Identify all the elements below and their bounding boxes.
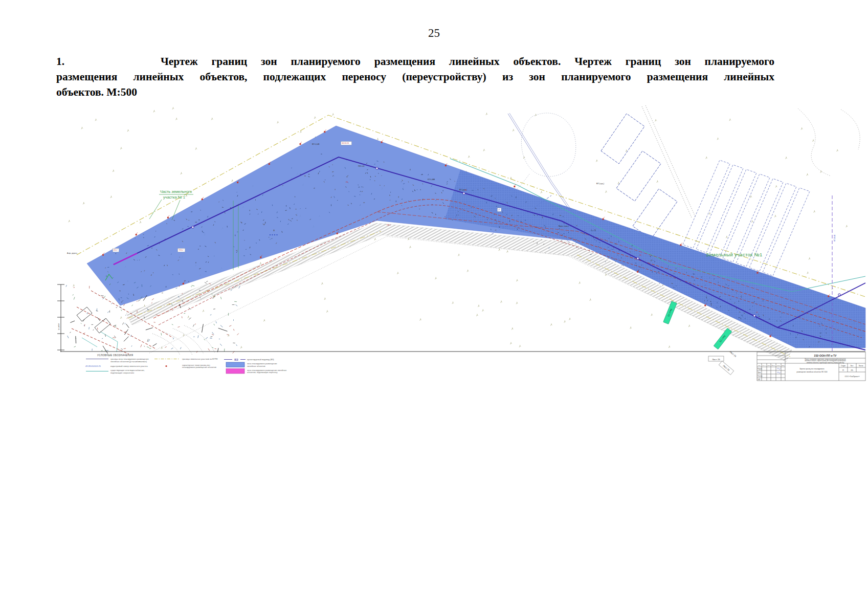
section-ruler: [57, 284, 64, 352]
svg-text:П: П: [842, 369, 844, 371]
svg-text:Изм.: Изм.: [758, 365, 761, 366]
svg-text:гр. работ: гр. работ: [58, 323, 60, 330]
svg-text:ВЗ: ВЗ: [234, 358, 238, 361]
svg-text:Лист: Лист: [851, 365, 854, 367]
svg-text:Н.контр.: Н.контр.: [758, 375, 763, 377]
path-dotted: [642, 105, 695, 217]
svg-text:ПК2+40: ПК2+40: [358, 165, 364, 167]
sheet-ref-box: Лист 25: [708, 356, 724, 361]
sheet-number: 25: [851, 369, 853, 371]
svg-text:ГИП: ГИП: [758, 379, 760, 381]
svg-text:у1: у1: [498, 209, 500, 211]
drawing-area: гр. работ Часть земельного участка № 1 З…: [0, 0, 868, 614]
svg-text:КЗ-2: КЗ-2: [114, 249, 117, 251]
svg-text:ГВ-3: ГВ-3: [387, 224, 390, 226]
legend-swatch-point: [165, 365, 167, 367]
legend-swatch-zone-blue: [226, 362, 244, 367]
legend-title: УСЛОВНЫЕ ОБОЗНАЧЕНИЯ: [97, 354, 133, 357]
part-parcel-label: Часть земельного: [160, 189, 192, 194]
org-name: ООО «ГеоПроект»: [844, 376, 859, 378]
svg-text:Разраб.: Разраб.: [758, 368, 763, 370]
svg-text:планируемого размещения объект: планируемого размещения объектов: [182, 366, 216, 368]
svg-text:Дата: Дата: [782, 365, 785, 366]
svg-text:Кол.уч.: Кол.уч.: [762, 365, 766, 366]
svg-text:24: 24: [346, 181, 348, 183]
svg-text:КЛ 0,4кВ: КЛ 0,4кВ: [428, 179, 435, 181]
sheet-ref-box: Лист 26: [719, 361, 733, 375]
svg-text:участка № 1: участка № 1: [163, 195, 185, 200]
svg-text:КЛ 10кВ: КЛ 10кВ: [834, 234, 836, 242]
svg-text:Пров.: Пров.: [758, 371, 761, 374]
svg-text:границы земельных участков по: границы земельных участков по ЕГРН: [182, 358, 218, 360]
svg-text:Листов: Листов: [859, 365, 863, 367]
parcel-label: Земельный участок №1: [706, 252, 763, 257]
svg-text:размещения линейных объектов.: размещения линейных объектов. М 1:500: [797, 371, 828, 373]
svg-text:ВЛ 0,4кВ: ВЛ 0,4кВ: [312, 143, 320, 145]
svg-text:подлежащие сохранению: подлежащие сохранению: [110, 371, 134, 374]
svg-text:Вдпр. (сущ.): Вдпр. (сущ.): [559, 225, 569, 227]
svg-text:проектируемый водовод (ВЗ): проектируемый водовод (ВЗ): [247, 358, 274, 361]
site-plan-drawing: гр. работ Часть земельного участка № 1 З…: [0, 0, 868, 614]
svg-text:Стадия: Стадия: [841, 365, 846, 367]
doc-code: 232-ООН-ПП и ТУ: [814, 354, 837, 357]
svg-text:№док.: №док.: [771, 365, 775, 366]
title-block: 232-ООН-ПП и ТУ Проект планировки террит…: [757, 352, 865, 381]
svg-text:Подп.: Подп.: [777, 365, 781, 366]
pond-outline: [521, 113, 575, 177]
svg-text:26: 26: [639, 254, 641, 256]
svg-text:34:24:24: 34:24:24: [342, 142, 349, 144]
svg-text:ТКЗ-2: ТКЗ-2: [179, 249, 184, 251]
building-outline: [601, 114, 644, 164]
legend-swatch-cadnumber: 49:28:010101:25: [85, 365, 101, 367]
svg-text:Лист: Лист: [767, 365, 770, 366]
svg-text:линейных объектов, подлежащих: линейных объектов, подлежащих переносу (…: [807, 362, 844, 364]
svg-text:линейных объектов (устанавлива: линейных объектов (устанавливаемая): [110, 360, 147, 363]
sheet-tag-green: Лист 23: [714, 328, 732, 349]
legend-swatch-zone-pink: [226, 369, 244, 374]
svg-text:ВЛ (сущ.): ВЛ (сущ.): [596, 183, 604, 185]
building-outline: [616, 151, 661, 201]
legend: УСЛОВНЫЕ ОБОЗНАЧЕНИЯ граница зоны планир…: [85, 354, 286, 374]
signature-scribble: [777, 368, 781, 374]
svg-text:25: 25: [464, 189, 466, 191]
svg-text:объектов, подлежащих переносу: объектов, подлежащих переносу: [247, 371, 278, 374]
svg-text:Лист 25: Лист 25: [712, 358, 720, 361]
svg-text:Асф. дорога: Асф. дорога: [67, 252, 77, 254]
svg-text:27: 27: [756, 312, 758, 314]
svg-text:в1: в1: [675, 268, 677, 270]
svg-text:кадастровый номер земельного у: кадастровый номер земельного участка: [110, 365, 148, 367]
zone-band-texture: [445, 170, 865, 348]
svg-text:линейных объектов: линейных объектов: [247, 365, 265, 367]
svg-text:Чертеж границ зон планируемого: Чертеж границ зон планируемого: [800, 368, 825, 370]
